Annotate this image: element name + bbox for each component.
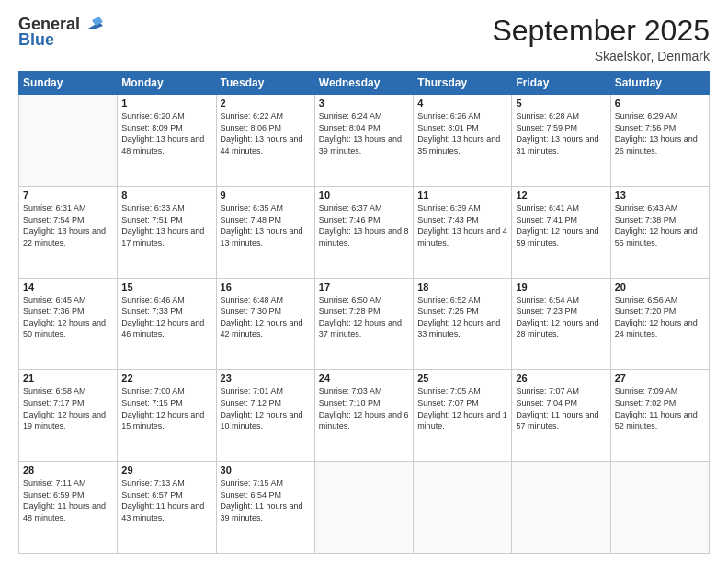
daylight-label: Daylight: 13 hours and 17 minutes. bbox=[121, 226, 204, 247]
day-info: Sunrise: 6:35 AMSunset: 7:48 PMDaylight:… bbox=[221, 202, 311, 248]
day-info: Sunrise: 7:07 AMSunset: 7:04 PMDaylight:… bbox=[516, 385, 606, 431]
day-info: Sunrise: 6:50 AMSunset: 7:28 PMDaylight:… bbox=[319, 294, 409, 340]
calendar-day-cell: 18Sunrise: 6:52 AMSunset: 7:25 PMDayligh… bbox=[414, 278, 512, 370]
sunrise-label: Sunrise: 6:45 AM bbox=[23, 295, 86, 304]
daylight-label: Daylight: 12 hours and 19 minutes. bbox=[23, 410, 106, 431]
sunrise-label: Sunrise: 6:35 AM bbox=[221, 203, 284, 213]
day-info: Sunrise: 6:37 AMSunset: 7:46 PMDaylight:… bbox=[319, 202, 409, 248]
day-number: 15 bbox=[121, 282, 211, 293]
sunset-label: Sunset: 7:38 PM bbox=[615, 215, 677, 224]
daylight-label: Daylight: 13 hours and 44 minutes. bbox=[221, 134, 303, 155]
calendar-day-cell: 25Sunrise: 7:05 AMSunset: 7:07 PMDayligh… bbox=[414, 370, 512, 462]
calendar-week-row: 7Sunrise: 6:31 AMSunset: 7:54 PMDaylight… bbox=[19, 186, 710, 278]
day-of-week-header: Friday bbox=[512, 72, 610, 95]
sunset-label: Sunset: 6:59 PM bbox=[23, 490, 85, 500]
sunset-label: Sunset: 7:51 PM bbox=[121, 215, 183, 224]
day-number: 28 bbox=[23, 465, 113, 476]
daylight-label: Daylight: 12 hours and 1 minute. bbox=[417, 410, 507, 431]
day-number: 4 bbox=[417, 98, 507, 109]
calendar-day-cell: 10Sunrise: 6:37 AMSunset: 7:46 PMDayligh… bbox=[314, 186, 413, 278]
daylight-label: Daylight: 11 hours and 57 minutes. bbox=[516, 410, 598, 431]
day-of-week-header: Thursday bbox=[414, 72, 512, 95]
sunrise-label: Sunrise: 7:03 AM bbox=[319, 386, 382, 396]
sunrise-label: Sunrise: 6:20 AM bbox=[121, 111, 185, 121]
calendar-week-row: 21Sunrise: 6:58 AMSunset: 7:17 PMDayligh… bbox=[19, 370, 710, 462]
day-number: 17 bbox=[319, 282, 409, 293]
sunrise-label: Sunrise: 6:50 AM bbox=[319, 295, 382, 304]
day-info: Sunrise: 7:11 AMSunset: 6:59 PMDaylight:… bbox=[23, 477, 113, 523]
calendar-day-cell: 30Sunrise: 7:15 AMSunset: 6:54 PMDayligh… bbox=[216, 462, 314, 554]
calendar-day-cell: 6Sunrise: 6:29 AMSunset: 7:56 PMDaylight… bbox=[610, 95, 709, 187]
daylight-label: Daylight: 12 hours and 42 minutes. bbox=[221, 318, 303, 339]
day-of-week-header: Sunday bbox=[19, 72, 118, 95]
daylight-label: Daylight: 13 hours and 39 minutes. bbox=[319, 134, 402, 155]
calendar-week-row: 14Sunrise: 6:45 AMSunset: 7:36 PMDayligh… bbox=[19, 278, 710, 370]
day-number: 6 bbox=[615, 98, 705, 109]
day-number: 19 bbox=[516, 282, 606, 293]
calendar-day-cell bbox=[314, 462, 413, 554]
daylight-label: Daylight: 12 hours and 10 minutes. bbox=[221, 410, 303, 431]
title-block: September 2025 Skaelskor, Denmark bbox=[492, 15, 710, 63]
calendar-table: SundayMondayTuesdayWednesdayThursdayFrid… bbox=[18, 71, 710, 554]
sunset-label: Sunset: 7:23 PM bbox=[516, 306, 577, 316]
day-number: 10 bbox=[319, 190, 409, 201]
calendar-day-cell: 27Sunrise: 7:09 AMSunset: 7:02 PMDayligh… bbox=[610, 370, 709, 462]
sunrise-label: Sunrise: 7:05 AM bbox=[417, 386, 481, 396]
sunset-label: Sunset: 7:15 PM bbox=[121, 398, 183, 408]
sunrise-label: Sunrise: 6:28 AM bbox=[516, 111, 579, 121]
day-info: Sunrise: 6:28 AMSunset: 7:59 PMDaylight:… bbox=[516, 110, 606, 156]
sunrise-label: Sunrise: 6:46 AM bbox=[121, 295, 185, 304]
daylight-label: Daylight: 11 hours and 48 minutes. bbox=[23, 501, 106, 523]
calendar-day-cell: 22Sunrise: 7:00 AMSunset: 7:15 PMDayligh… bbox=[118, 370, 216, 462]
sunrise-label: Sunrise: 7:07 AM bbox=[516, 386, 579, 396]
daylight-label: Daylight: 13 hours and 8 minutes. bbox=[319, 226, 409, 247]
calendar-day-cell: 21Sunrise: 6:58 AMSunset: 7:17 PMDayligh… bbox=[19, 370, 118, 462]
sunrise-label: Sunrise: 7:15 AM bbox=[221, 478, 284, 488]
sunset-label: Sunset: 6:57 PM bbox=[121, 490, 183, 500]
calendar-day-cell: 13Sunrise: 6:43 AMSunset: 7:38 PMDayligh… bbox=[610, 186, 709, 278]
day-number: 29 bbox=[121, 465, 211, 476]
day-number: 5 bbox=[516, 98, 606, 109]
sunset-label: Sunset: 7:33 PM bbox=[121, 306, 183, 316]
day-info: Sunrise: 6:22 AMSunset: 8:06 PMDaylight:… bbox=[221, 110, 311, 156]
day-info: Sunrise: 6:52 AMSunset: 7:25 PMDaylight:… bbox=[417, 294, 507, 340]
day-number: 22 bbox=[121, 373, 211, 384]
daylight-label: Daylight: 13 hours and 13 minutes. bbox=[221, 226, 303, 247]
daylight-label: Daylight: 11 hours and 43 minutes. bbox=[121, 501, 204, 523]
day-number: 2 bbox=[221, 98, 311, 109]
calendar-day-cell: 29Sunrise: 7:13 AMSunset: 6:57 PMDayligh… bbox=[118, 462, 216, 554]
day-info: Sunrise: 6:56 AMSunset: 7:20 PMDaylight:… bbox=[615, 294, 705, 340]
sunset-label: Sunset: 7:17 PM bbox=[23, 398, 85, 408]
day-info: Sunrise: 6:33 AMSunset: 7:51 PMDaylight:… bbox=[121, 202, 211, 248]
sunset-label: Sunset: 7:20 PM bbox=[615, 306, 677, 316]
calendar-day-cell: 4Sunrise: 6:26 AMSunset: 8:01 PMDaylight… bbox=[414, 95, 512, 187]
calendar-week-row: 28Sunrise: 7:11 AMSunset: 6:59 PMDayligh… bbox=[19, 462, 710, 554]
sunrise-label: Sunrise: 6:24 AM bbox=[319, 111, 382, 121]
day-number: 12 bbox=[516, 190, 606, 201]
sunrise-label: Sunrise: 7:01 AM bbox=[221, 386, 284, 396]
calendar-day-cell: 12Sunrise: 6:41 AMSunset: 7:41 PMDayligh… bbox=[512, 186, 610, 278]
day-number: 13 bbox=[615, 190, 705, 201]
daylight-label: Daylight: 13 hours and 35 minutes. bbox=[417, 134, 500, 155]
calendar-day-cell: 2Sunrise: 6:22 AMSunset: 8:06 PMDaylight… bbox=[216, 95, 314, 187]
day-info: Sunrise: 7:00 AMSunset: 7:15 PMDaylight:… bbox=[121, 385, 211, 431]
day-number: 21 bbox=[23, 373, 113, 384]
daylight-label: Daylight: 11 hours and 52 minutes. bbox=[615, 410, 698, 431]
sunrise-label: Sunrise: 6:29 AM bbox=[615, 111, 678, 121]
sunrise-label: Sunrise: 7:11 AM bbox=[23, 478, 86, 488]
sunrise-label: Sunrise: 7:09 AM bbox=[615, 386, 678, 396]
daylight-label: Daylight: 12 hours and 46 minutes. bbox=[121, 318, 204, 339]
day-number: 20 bbox=[615, 282, 705, 293]
sunrise-label: Sunrise: 7:00 AM bbox=[121, 386, 185, 396]
day-info: Sunrise: 6:41 AMSunset: 7:41 PMDaylight:… bbox=[516, 202, 606, 248]
sunset-label: Sunset: 8:04 PM bbox=[319, 123, 381, 132]
sunrise-label: Sunrise: 6:41 AM bbox=[516, 203, 579, 213]
sunrise-label: Sunrise: 6:54 AM bbox=[516, 295, 579, 304]
day-info: Sunrise: 7:05 AMSunset: 7:07 PMDaylight:… bbox=[417, 385, 507, 431]
day-info: Sunrise: 6:43 AMSunset: 7:38 PMDaylight:… bbox=[615, 202, 705, 248]
calendar-week-row: 1Sunrise: 6:20 AMSunset: 8:09 PMDaylight… bbox=[19, 95, 710, 187]
sunset-label: Sunset: 7:07 PM bbox=[417, 398, 479, 408]
daylight-label: Daylight: 13 hours and 26 minutes. bbox=[615, 134, 698, 155]
sunset-label: Sunset: 6:54 PM bbox=[221, 490, 282, 500]
day-of-week-header: Wednesday bbox=[314, 72, 413, 95]
